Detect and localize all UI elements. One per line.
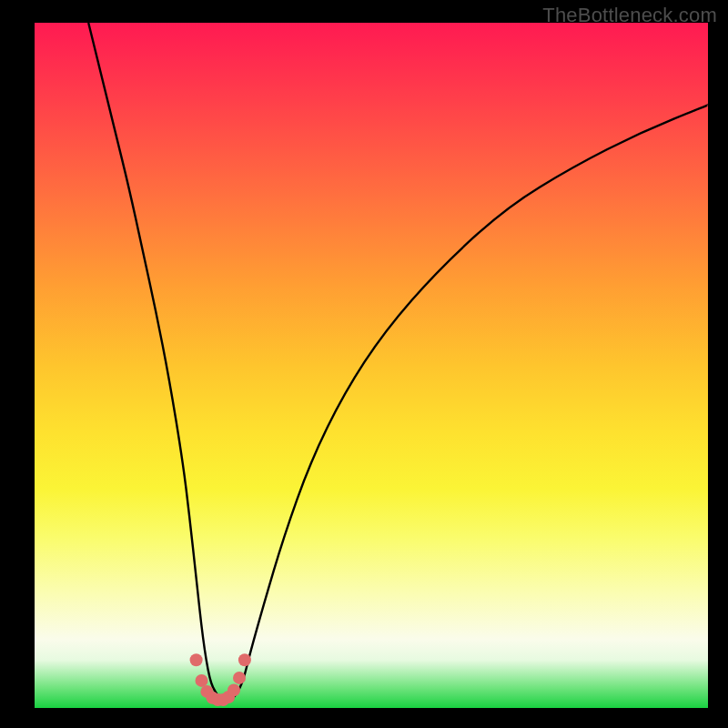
valley-marker bbox=[238, 653, 251, 666]
plot-area bbox=[35, 23, 708, 708]
valley-marker-group bbox=[190, 653, 251, 706]
valley-marker bbox=[196, 674, 208, 687]
chart-overlay bbox=[35, 23, 708, 708]
curve-path bbox=[88, 23, 708, 702]
watermark-text: TheBottleneck.com bbox=[542, 4, 717, 27]
valley-marker bbox=[228, 683, 240, 696]
chart-frame: TheBottleneck.com bbox=[0, 0, 728, 728]
valley-marker bbox=[233, 672, 246, 684]
valley-marker bbox=[190, 653, 203, 666]
